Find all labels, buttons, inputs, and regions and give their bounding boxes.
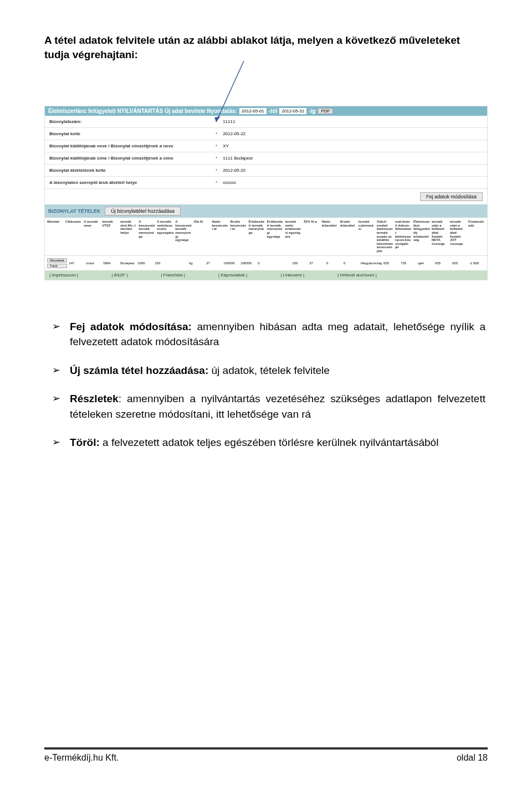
add-item-button[interactable]: Új bizonylattétel hozzáadása <box>105 207 181 216</box>
required-asterisk: * <box>216 180 217 185</box>
column-header: termék után a kiilletett által fizetett … <box>432 220 448 253</box>
column-header: szál.kísérő dokum. feltüntetett élelmisz… <box>395 220 412 253</box>
date-sep: -tól <box>269 108 278 114</box>
date-sep: -ig <box>309 108 315 114</box>
table-cell: 27 <box>206 261 222 265</box>
footer-left: e-Termékdíj.hu Kft. <box>44 753 119 763</box>
form-row: Bizonylat kelte*2012-05-22 <box>45 128 487 140</box>
column-header: Művelet <box>47 220 64 253</box>
form-label: Bizonylat kiállítójának neve / Bizonylat… <box>49 143 216 148</box>
footer-link[interactable]: | Linkcsere | <box>280 273 304 278</box>
form-label: Bizonylat kelte <box>49 131 216 136</box>
edit-header-button[interactable]: Fej adatok módosítása <box>420 192 483 201</box>
form-value: 11111 <box>223 119 235 124</box>
column-header: A beszerzett termék mennyiségi egysége <box>175 220 192 253</box>
form-label: Bizonylatszám: <box>49 119 216 124</box>
footer-link[interactable]: | Hírlevél archívum | <box>337 273 377 278</box>
date-to[interactable]: 2012-05-31 <box>279 108 306 114</box>
bullet-bold: Töröl: <box>70 437 100 448</box>
footer-link[interactable]: | Impresszum | <box>49 273 78 278</box>
bullet-bold: Új számla tétel hozzáadása: <box>70 365 208 376</box>
form-row: Bizonylat átvételének kelte*2012-05-22 <box>45 165 487 177</box>
bullet-text: új adatok, tételek felvitele <box>208 365 330 376</box>
pdf-button[interactable]: PDF <box>318 108 333 114</box>
column-headers: MűveletCikkszámA termék nevetermék VTSZt… <box>45 218 487 255</box>
details-button[interactable]: Részletek <box>47 258 67 263</box>
column-header: Nettó beszerzési ár <box>212 220 228 253</box>
required-asterisk: * <box>216 143 217 148</box>
table-cell: Budapest <box>120 261 136 265</box>
footer-link[interactable]: | Kapcsolatok | <box>218 273 247 278</box>
table-cell: 655 <box>435 261 451 265</box>
bullet-item: Töröl: a felvezetett adatok teljes egész… <box>70 435 488 450</box>
table-cell: 655 <box>452 261 468 265</box>
form-value: 2012-05-22 <box>223 168 245 173</box>
column-header: A beszerzett termék mennyisége <box>139 220 155 253</box>
screenshot-footer-links: | Impresszum || ÁSZF || Franchise || Kap… <box>45 270 487 280</box>
table-cell: 5 <box>258 261 273 265</box>
required-asterisk: * <box>216 119 217 124</box>
column-header: termék nettó értékesítési egység ára <box>285 220 302 253</box>
table-cell: 5864 <box>103 261 119 265</box>
table-cell <box>172 261 187 265</box>
bullet-bold: Részletek <box>70 393 119 404</box>
form-value: 2012-05-22 <box>223 131 245 136</box>
footer-right: oldal 18 <box>457 753 488 763</box>
bullet-item: Új számla tétel hozzáadása: új adatok, t… <box>70 363 488 378</box>
bullet-bold: Fej adatok módosítása: <box>70 321 192 332</box>
table-cell: 190500 <box>241 261 256 265</box>
column-header: A termék nettóbeszerzési egységára <box>157 220 173 253</box>
footer-link[interactable]: | Franchise | <box>161 273 185 278</box>
form-row: A bizonylaton szereplő áruk átvételi hel… <box>45 177 487 189</box>
column-header: termék VTSZ <box>102 220 119 253</box>
table-cell: 655 <box>383 261 399 265</box>
table-cell: 150000 <box>223 261 239 265</box>
column-header: Bruttó árbevétel <box>340 220 357 253</box>
column-header: Abból eredeti élelmiszer termék ezután a… <box>377 220 393 253</box>
column-header: A termék neve <box>84 220 100 253</box>
table-cell: 1000 <box>137 261 153 265</box>
column-header: Fizetendő adó <box>468 220 485 253</box>
footer-link[interactable]: | ÁSZF | <box>111 273 127 278</box>
form-label: Bizonylat átvételének kelte <box>49 168 216 173</box>
screenshot-header: Élelmiszerlánc felügyeleti NYILVÁNTARTÁS… <box>45 106 487 116</box>
edit-button-row: Fej adatok módosítása <box>45 189 487 204</box>
items-toolbar: BIZONYLAT TÉTELEK Új bizonylattétel hozz… <box>45 204 487 218</box>
column-header: termék után a kiilletett által fizetett … <box>450 220 467 253</box>
intro-text: A tétel adatok felvitele után az alábbi … <box>44 33 488 61</box>
table-cell: cukor <box>86 261 101 265</box>
required-asterisk: * <box>216 131 217 136</box>
table-cell: -1.568 <box>469 261 485 265</box>
form-row: Bizonylatszám:*11111 <box>45 116 487 128</box>
column-header: Bruttó beszerzési ár <box>230 220 247 253</box>
footer-rule <box>44 747 488 750</box>
required-asterisk: * <box>216 168 217 173</box>
page-footer: e-Termékdíj.hu Kft. oldal 18 <box>44 747 488 763</box>
bullet-item: Részletek: amennyiben a nyilvántartás ve… <box>70 391 488 422</box>
bullet-list: Fej adatok módosítása: amennyiben hibása… <box>44 319 488 450</box>
column-header: Cikkszám <box>65 220 82 253</box>
form-value: XY <box>223 143 229 148</box>
table-cell: 147 <box>69 261 84 265</box>
column-header: Élelmiszerlánc felügyeleti díj kötelezet… <box>413 220 430 253</box>
form-value: cccccc <box>223 180 236 185</box>
table-cell: 150 <box>155 261 170 265</box>
column-header: Áfa % <box>193 220 210 253</box>
table-row: Részletek Töröl 147cukor5864Budapest1000… <box>45 256 487 270</box>
delete-button[interactable]: Töröl <box>47 264 67 268</box>
form-label: A bizonylaton szereplő áruk átvételi hel… <box>49 180 216 185</box>
column-header: ÁFA %-a <box>304 220 320 253</box>
bullet-text: a felvezetett adatok teljes egészében tö… <box>100 437 439 448</box>
column-header: termék származási <box>359 220 375 253</box>
table-cell <box>275 261 290 265</box>
items-label: BIZONYLAT TÉTELEK <box>48 208 100 214</box>
bullet-item: Fej adatok módosítása: amennyiben hibása… <box>70 319 488 350</box>
column-header: termék első Mo.-i tárolási helye <box>120 220 137 253</box>
column-header: Értékesített termék mennyiségi egysége <box>267 220 284 253</box>
form-row: Bizonylat kiállítójának neve / Bizonylat… <box>45 140 487 152</box>
date-from[interactable]: 2012-05-01 <box>239 108 267 114</box>
form-label: Bizonylat kiállítójának címe / Bizonylat… <box>49 156 216 161</box>
table-cell: 755 <box>401 261 416 265</box>
form-row: Bizonylat kiállítójának címe / Bizonylat… <box>45 152 487 165</box>
table-cell: 0 <box>326 261 342 265</box>
